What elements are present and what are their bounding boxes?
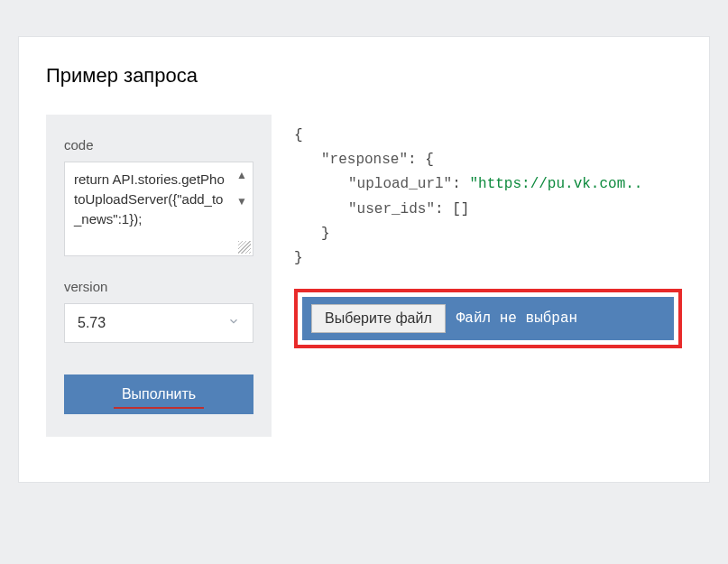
file-status-label: Файл не выбран: [456, 307, 577, 331]
example-request-card: Пример запроса code return API.stories.g…: [18, 36, 710, 483]
version-label: version: [64, 279, 253, 294]
chevron-down-icon: [227, 315, 240, 331]
code-input[interactable]: return API.stories.getPhotoUploadServer(…: [64, 162, 253, 256]
request-form-panel: code return API.stories.getPhotoUploadSe…: [46, 115, 272, 437]
resize-grip-icon[interactable]: [238, 241, 251, 254]
json-line: "response": {: [294, 148, 682, 172]
execute-button[interactable]: Выполнить: [64, 374, 253, 414]
json-line: "user_ids": []: [294, 198, 682, 222]
json-line: "upload_url": "https://pu.vk.com..: [294, 172, 682, 197]
json-line: }: [294, 222, 682, 246]
code-label: code: [64, 137, 253, 153]
textarea-scrollbar[interactable]: ▲ ▼: [236, 168, 247, 210]
file-picker-bar: Выберите файл Файл не выбран: [302, 297, 674, 340]
scroll-up-icon: ▲: [236, 168, 247, 183]
version-select[interactable]: 5.73: [64, 303, 253, 343]
file-picker-highlight: Выберите файл Файл не выбран: [294, 289, 682, 348]
code-text: return API.stories.getPhotoUploadServer(…: [74, 170, 226, 228]
page-title: Пример запроса: [46, 64, 682, 88]
highlight-underline: [114, 407, 204, 409]
response-panel: { "response": { "upload_url": "https://p…: [294, 115, 682, 437]
content-row: code return API.stories.getPhotoUploadSe…: [46, 115, 682, 437]
version-value: 5.73: [78, 315, 106, 331]
json-line: }: [294, 246, 682, 271]
json-line: {: [294, 124, 682, 148]
choose-file-button[interactable]: Выберите файл: [311, 304, 446, 333]
scroll-down-icon: ▼: [236, 194, 247, 209]
execute-button-label: Выполнить: [122, 386, 196, 402]
